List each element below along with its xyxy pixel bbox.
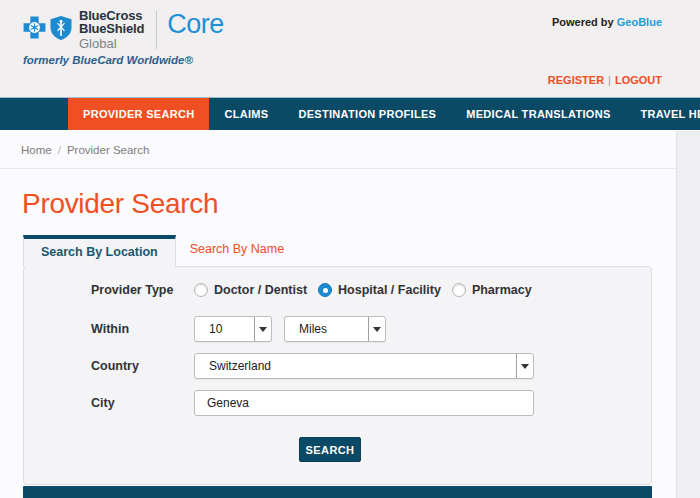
footer-accent-bar <box>23 486 652 498</box>
logout-link[interactable]: LOGOUT <box>615 74 662 86</box>
radio-option-hospital-facility[interactable]: Hospital / Facility <box>318 283 441 297</box>
tab-search-by-location[interactable]: Search By Location <box>23 235 176 267</box>
main-content: Provider Search Search By Location Searc… <box>0 188 700 498</box>
page-title: Provider Search <box>22 188 700 220</box>
provider-type-radio-group: Doctor / Dentist Hospital / Facility Pha… <box>194 283 532 297</box>
blue-shield-icon <box>49 15 73 45</box>
country-row: Country Switzerland <box>91 353 651 379</box>
search-form-panel: Provider Type Doctor / Dentist Hospital … <box>23 266 652 485</box>
country-select[interactable]: Switzerland <box>194 353 534 379</box>
brand-tagline: formerly BlueCard Worldwide® <box>23 54 193 66</box>
radio-label-doctor-dentist: Doctor / Dentist <box>214 283 307 297</box>
distance-select-value: 10 <box>195 322 222 336</box>
powered-by: Powered by GeoBlue <box>552 16 662 28</box>
brand-logo[interactable]: BlueCross BlueShield Global Core <box>22 9 224 50</box>
dropdown-arrow-icon[interactable] <box>368 317 385 341</box>
within-row: Within 10 Miles <box>91 316 651 342</box>
brand-line-global: Global <box>79 37 144 50</box>
country-label: Country <box>91 359 194 373</box>
geoblue-brand-link[interactable]: GeoBlue <box>617 16 662 28</box>
city-label: City <box>91 396 194 410</box>
brand-text: BlueCross BlueShield Global <box>79 9 144 50</box>
nav-item-travel-health-center[interactable]: TRAVEL HEALTH CENTER <box>626 98 700 130</box>
auth-links: REGISTER|LOGOUT <box>548 74 662 86</box>
breadcrumb: Home/Provider Search <box>0 130 676 169</box>
country-select-value: Switzerland <box>195 359 271 373</box>
product-name: Core <box>167 11 224 38</box>
button-row: SEARCH <box>299 437 651 462</box>
unit-select[interactable]: Miles <box>284 316 386 342</box>
nav-item-provider-search[interactable]: PROVIDER SEARCH <box>68 98 209 130</box>
city-input[interactable] <box>194 390 534 416</box>
right-gutter <box>676 131 700 498</box>
within-label: Within <box>91 322 194 336</box>
breadcrumb-home[interactable]: Home <box>21 144 52 156</box>
breadcrumb-separator: / <box>58 144 61 156</box>
radio-option-doctor-dentist[interactable]: Doctor / Dentist <box>194 283 307 297</box>
radio-label-pharmacy: Pharmacy <box>472 283 532 297</box>
site-header: BlueCross BlueShield Global Core formerl… <box>0 0 700 98</box>
logo-divider <box>156 11 157 49</box>
provider-type-label: Provider Type <box>91 283 194 297</box>
distance-select[interactable]: 10 <box>194 316 272 342</box>
register-link[interactable]: REGISTER <box>548 74 604 86</box>
city-row: City <box>91 390 651 416</box>
search-button[interactable]: SEARCH <box>299 437 361 462</box>
provider-type-row: Provider Type Doctor / Dentist Hospital … <box>91 283 651 297</box>
powered-by-prefix: Powered by <box>552 16 617 28</box>
dropdown-arrow-icon[interactable] <box>254 317 271 341</box>
radio-option-pharmacy[interactable]: Pharmacy <box>452 283 532 297</box>
radio-button-hospital-facility[interactable] <box>318 283 332 297</box>
tab-bar: Search By Location Search By Name <box>23 233 700 266</box>
nav-item-destination-profiles[interactable]: DESTINATION PROFILES <box>283 98 451 130</box>
brand-line-blueshield: BlueShield <box>79 22 144 35</box>
auth-separator: | <box>608 74 611 86</box>
blue-cross-icon <box>22 15 47 44</box>
radio-button-pharmacy[interactable] <box>452 283 466 297</box>
nav-item-claims[interactable]: CLAIMS <box>209 98 283 130</box>
nav-item-medical-translations[interactable]: MEDICAL TRANSLATIONS <box>451 98 625 130</box>
dropdown-arrow-icon[interactable] <box>516 354 533 378</box>
radio-label-hospital-facility: Hospital / Facility <box>338 283 441 297</box>
main-nav: PROVIDER SEARCH CLAIMS DESTINATION PROFI… <box>0 98 700 130</box>
tab-search-by-name[interactable]: Search By Name <box>176 233 298 266</box>
breadcrumb-current: Provider Search <box>67 144 149 156</box>
radio-button-doctor-dentist[interactable] <box>194 283 208 297</box>
unit-select-value: Miles <box>285 322 327 336</box>
logo-icons <box>22 15 73 45</box>
